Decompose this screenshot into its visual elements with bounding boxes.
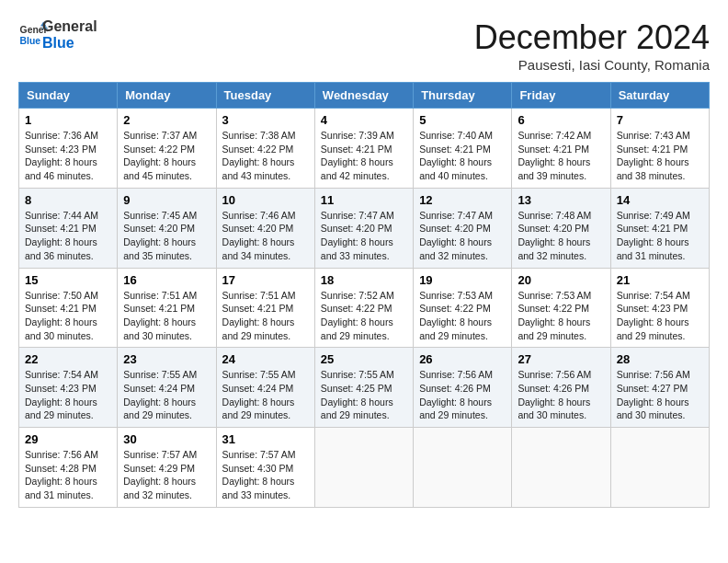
day-number: 31 — [222, 432, 309, 446]
day-number: 12 — [419, 193, 506, 207]
day-number: 17 — [222, 273, 309, 287]
calendar-cell: 27Sunrise: 7:56 AMSunset: 4:26 PMDayligh… — [512, 348, 610, 428]
calendar-cell: 6Sunrise: 7:42 AMSunset: 4:21 PMDaylight… — [512, 109, 610, 189]
day-number: 7 — [617, 113, 703, 127]
day-number: 18 — [321, 273, 407, 287]
location-title: Pausesti, Iasi County, Romania — [474, 57, 710, 73]
day-number: 29 — [25, 432, 111, 446]
day-detail: Sunrise: 7:56 AMSunset: 4:26 PMDaylight:… — [419, 368, 506, 422]
day-number: 21 — [617, 273, 703, 287]
calendar-cell: 24Sunrise: 7:55 AMSunset: 4:24 PMDayligh… — [216, 348, 314, 428]
day-number: 28 — [617, 352, 703, 366]
day-detail: Sunrise: 7:38 AMSunset: 4:22 PMDaylight:… — [222, 129, 309, 183]
day-number: 9 — [123, 193, 210, 207]
calendar-cell: 7Sunrise: 7:43 AMSunset: 4:21 PMDaylight… — [610, 109, 709, 189]
day-detail: Sunrise: 7:55 AMSunset: 4:24 PMDaylight:… — [123, 368, 210, 422]
calendar-week-5: 29Sunrise: 7:56 AMSunset: 4:28 PMDayligh… — [19, 428, 710, 508]
calendar-cell: 11Sunrise: 7:47 AMSunset: 4:20 PMDayligh… — [314, 188, 413, 268]
calendar-cell: 9Sunrise: 7:45 AMSunset: 4:20 PMDaylight… — [118, 188, 216, 268]
day-detail: Sunrise: 7:57 AMSunset: 4:30 PMDaylight:… — [222, 448, 309, 502]
day-number: 19 — [419, 273, 506, 287]
day-number: 10 — [222, 193, 309, 207]
calendar-cell: 4Sunrise: 7:39 AMSunset: 4:21 PMDaylight… — [314, 109, 413, 189]
calendar-cell: 25Sunrise: 7:55 AMSunset: 4:25 PMDayligh… — [314, 348, 413, 428]
day-detail: Sunrise: 7:47 AMSunset: 4:20 PMDaylight:… — [321, 209, 407, 263]
calendar-cell: 14Sunrise: 7:49 AMSunset: 4:21 PMDayligh… — [610, 188, 709, 268]
calendar-cell: 20Sunrise: 7:53 AMSunset: 4:22 PMDayligh… — [512, 268, 610, 348]
day-detail: Sunrise: 7:43 AMSunset: 4:21 PMDaylight:… — [617, 129, 703, 183]
calendar-cell: 21Sunrise: 7:54 AMSunset: 4:23 PMDayligh… — [610, 268, 709, 348]
title-area: December 2024 Pausesti, Iasi County, Rom… — [474, 18, 710, 73]
day-number: 30 — [123, 432, 210, 446]
day-detail: Sunrise: 7:56 AMSunset: 4:27 PMDaylight:… — [617, 368, 703, 422]
day-number: 3 — [222, 113, 309, 127]
calendar-cell: 19Sunrise: 7:53 AMSunset: 4:22 PMDayligh… — [414, 268, 512, 348]
day-number: 20 — [518, 273, 604, 287]
day-number: 13 — [518, 193, 604, 207]
day-number: 11 — [321, 193, 407, 207]
calendar-cell — [512, 428, 610, 508]
svg-text:Blue: Blue — [20, 35, 41, 45]
weekday-tuesday: Tuesday — [216, 83, 314, 109]
calendar-cell: 18Sunrise: 7:52 AMSunset: 4:22 PMDayligh… — [314, 268, 413, 348]
calendar-cell: 15Sunrise: 7:50 AMSunset: 4:21 PMDayligh… — [19, 268, 118, 348]
day-detail: Sunrise: 7:37 AMSunset: 4:22 PMDaylight:… — [123, 129, 210, 183]
day-detail: Sunrise: 7:56 AMSunset: 4:28 PMDaylight:… — [25, 448, 111, 502]
calendar-cell: 16Sunrise: 7:51 AMSunset: 4:21 PMDayligh… — [118, 268, 216, 348]
day-detail: Sunrise: 7:55 AMSunset: 4:25 PMDaylight:… — [321, 368, 407, 422]
calendar-cell: 29Sunrise: 7:56 AMSunset: 4:28 PMDayligh… — [19, 428, 118, 508]
day-detail: Sunrise: 7:39 AMSunset: 4:21 PMDaylight:… — [321, 129, 407, 183]
day-detail: Sunrise: 7:44 AMSunset: 4:21 PMDaylight:… — [25, 209, 111, 263]
calendar-cell: 8Sunrise: 7:44 AMSunset: 4:21 PMDaylight… — [19, 188, 118, 268]
calendar-cell: 23Sunrise: 7:55 AMSunset: 4:24 PMDayligh… — [118, 348, 216, 428]
weekday-wednesday: Wednesday — [314, 83, 413, 109]
day-number: 22 — [25, 352, 111, 366]
day-detail: Sunrise: 7:56 AMSunset: 4:26 PMDaylight:… — [518, 368, 604, 422]
weekday-sunday: Sunday — [19, 83, 118, 109]
calendar-cell: 10Sunrise: 7:46 AMSunset: 4:20 PMDayligh… — [216, 188, 314, 268]
calendar-week-3: 15Sunrise: 7:50 AMSunset: 4:21 PMDayligh… — [19, 268, 710, 348]
day-detail: Sunrise: 7:47 AMSunset: 4:20 PMDaylight:… — [419, 209, 506, 263]
weekday-header-row: SundayMondayTuesdayWednesdayThursdayFrid… — [19, 83, 710, 109]
calendar-cell: 12Sunrise: 7:47 AMSunset: 4:20 PMDayligh… — [414, 188, 512, 268]
day-number: 1 — [25, 113, 111, 127]
weekday-saturday: Saturday — [610, 83, 709, 109]
day-number: 24 — [222, 352, 309, 366]
day-detail: Sunrise: 7:53 AMSunset: 4:22 PMDaylight:… — [518, 289, 604, 343]
day-detail: Sunrise: 7:40 AMSunset: 4:21 PMDaylight:… — [419, 129, 506, 183]
day-detail: Sunrise: 7:52 AMSunset: 4:22 PMDaylight:… — [321, 289, 407, 343]
calendar-cell: 3Sunrise: 7:38 AMSunset: 4:22 PMDaylight… — [216, 109, 314, 189]
day-number: 5 — [419, 113, 506, 127]
logo-blue: Blue — [42, 35, 97, 52]
day-detail: Sunrise: 7:51 AMSunset: 4:21 PMDaylight:… — [222, 289, 309, 343]
logo-general: General — [42, 18, 97, 35]
day-number: 23 — [123, 352, 210, 366]
calendar-cell: 17Sunrise: 7:51 AMSunset: 4:21 PMDayligh… — [216, 268, 314, 348]
calendar-week-1: 1Sunrise: 7:36 AMSunset: 4:23 PMDaylight… — [19, 109, 710, 189]
day-detail: Sunrise: 7:54 AMSunset: 4:23 PMDaylight:… — [25, 368, 111, 422]
calendar-table: SundayMondayTuesdayWednesdayThursdayFrid… — [18, 82, 710, 508]
weekday-monday: Monday — [118, 83, 216, 109]
day-detail: Sunrise: 7:57 AMSunset: 4:29 PMDaylight:… — [123, 448, 210, 502]
calendar-week-2: 8Sunrise: 7:44 AMSunset: 4:21 PMDaylight… — [19, 188, 710, 268]
day-detail: Sunrise: 7:48 AMSunset: 4:20 PMDaylight:… — [518, 209, 604, 263]
weekday-friday: Friday — [512, 83, 610, 109]
calendar-cell: 30Sunrise: 7:57 AMSunset: 4:29 PMDayligh… — [118, 428, 216, 508]
day-detail: Sunrise: 7:42 AMSunset: 4:21 PMDaylight:… — [518, 129, 604, 183]
calendar-cell: 28Sunrise: 7:56 AMSunset: 4:27 PMDayligh… — [610, 348, 709, 428]
day-number: 4 — [321, 113, 407, 127]
day-number: 14 — [617, 193, 703, 207]
calendar-cell — [610, 428, 709, 508]
weekday-thursday: Thursday — [414, 83, 512, 109]
day-detail: Sunrise: 7:50 AMSunset: 4:21 PMDaylight:… — [25, 289, 111, 343]
day-detail: Sunrise: 7:53 AMSunset: 4:22 PMDaylight:… — [419, 289, 506, 343]
day-number: 8 — [25, 193, 111, 207]
day-number: 25 — [321, 352, 407, 366]
day-detail: Sunrise: 7:54 AMSunset: 4:23 PMDaylight:… — [617, 289, 703, 343]
day-number: 2 — [123, 113, 210, 127]
calendar-cell: 13Sunrise: 7:48 AMSunset: 4:20 PMDayligh… — [512, 188, 610, 268]
day-detail: Sunrise: 7:51 AMSunset: 4:21 PMDaylight:… — [123, 289, 210, 343]
day-detail: Sunrise: 7:36 AMSunset: 4:23 PMDaylight:… — [25, 129, 111, 183]
day-detail: Sunrise: 7:46 AMSunset: 4:20 PMDaylight:… — [222, 209, 309, 263]
calendar-cell — [414, 428, 512, 508]
